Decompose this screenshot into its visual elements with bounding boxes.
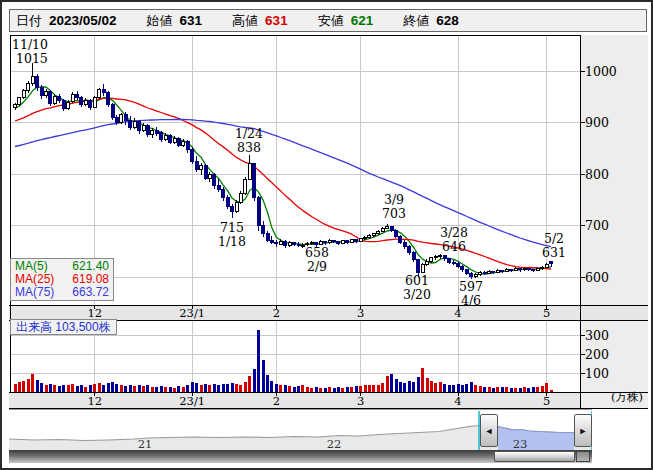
scrollbar-end-cap[interactable] [576, 451, 590, 462]
svg-text:23: 23 [513, 437, 528, 451]
candlestick-chart: 6007008009001000100200300(万株)121223/123/… [9, 35, 648, 409]
svg-text:4/6: 4/6 [461, 293, 481, 308]
svg-text:22: 22 [327, 437, 342, 451]
svg-text:3/20: 3/20 [403, 287, 431, 302]
svg-text:631: 631 [542, 245, 566, 260]
svg-text:23/1: 23/1 [179, 394, 205, 408]
scrollbar-thumb[interactable] [494, 451, 575, 462]
navigator-left-handle[interactable]: ◄ [480, 414, 498, 447]
svg-text:2: 2 [273, 306, 280, 320]
ohlc-header: 日付 2023/05/02 始値 631 高値 631 安値 621 終値 62… [9, 9, 647, 32]
low-value: 621 [351, 13, 374, 28]
horizontal-scrollbar[interactable] [9, 450, 592, 463]
svg-text:5: 5 [543, 394, 550, 408]
svg-text:3: 3 [357, 306, 364, 320]
svg-text:(万株): (万株) [611, 390, 643, 404]
open-value: 631 [180, 13, 203, 28]
svg-text:800: 800 [585, 167, 609, 182]
high-value: 631 [265, 13, 288, 28]
range-navigator[interactable]: 212223 ◄ ► [9, 409, 592, 451]
date-label: 日付 [16, 12, 42, 30]
ma-legend-row: MA(75)663.72 [15, 286, 109, 299]
svg-text:646: 646 [442, 239, 466, 254]
close-value: 628 [436, 13, 459, 28]
svg-text:703: 703 [382, 206, 406, 221]
low-label: 安値 [318, 12, 344, 30]
svg-text:300: 300 [585, 328, 609, 343]
svg-text:700: 700 [585, 218, 609, 233]
navigator-mini-chart: 212223 [9, 410, 592, 451]
ma-legend: MA(5)621.40MA(25)619.08MA(75)663.72 [10, 258, 114, 301]
volume-label: 出来高 103,500株 [10, 319, 117, 335]
navigator-right-handle[interactable]: ► [574, 414, 592, 447]
svg-text:600: 600 [585, 270, 609, 285]
svg-text:4: 4 [454, 306, 461, 320]
svg-text:838: 838 [237, 140, 261, 155]
svg-text:12: 12 [87, 306, 102, 320]
svg-text:1015: 1015 [16, 51, 48, 66]
svg-text:100: 100 [585, 366, 609, 381]
svg-text:900: 900 [585, 115, 609, 130]
svg-text:23/1: 23/1 [179, 306, 205, 320]
right-arrow-icon: ► [579, 426, 588, 436]
svg-text:21: 21 [138, 437, 153, 451]
left-arrow-icon: ◄ [485, 426, 494, 436]
svg-text:4: 4 [454, 394, 461, 408]
svg-text:1000: 1000 [585, 64, 617, 79]
svg-text:200: 200 [585, 347, 609, 362]
svg-text:12: 12 [87, 394, 102, 408]
open-label: 始値 [147, 12, 173, 30]
date-value: 2023/05/02 [49, 13, 117, 28]
stock-chart-window: 日付 2023/05/02 始値 631 高値 631 安値 621 終値 62… [0, 0, 653, 470]
svg-text:5: 5 [543, 306, 550, 320]
close-label: 終値 [403, 12, 429, 30]
svg-text:2/9: 2/9 [307, 259, 327, 274]
svg-text:2: 2 [273, 394, 280, 408]
high-label: 高値 [232, 12, 258, 30]
svg-text:1/18: 1/18 [218, 234, 246, 249]
svg-text:3: 3 [357, 394, 364, 408]
